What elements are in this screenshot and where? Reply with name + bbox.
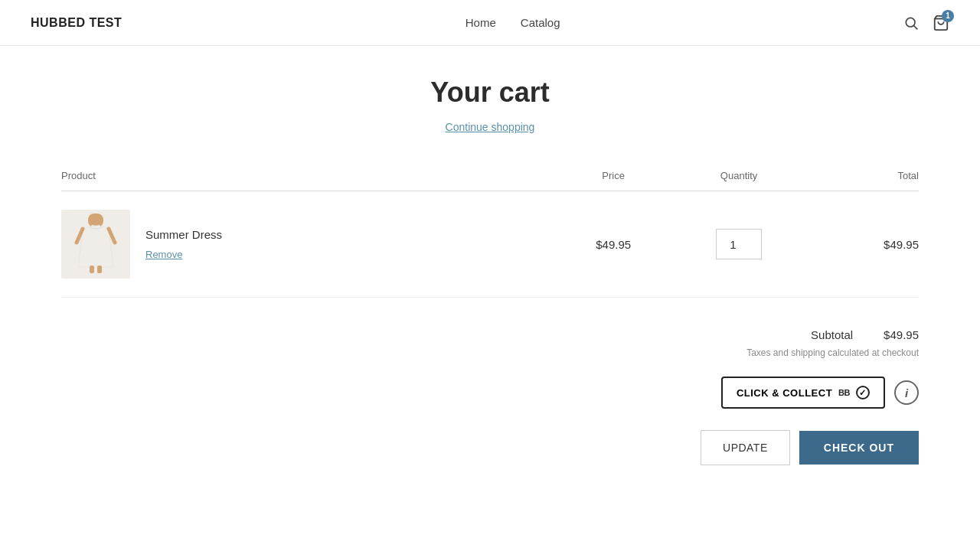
svg-line-1 [914,25,918,29]
click-collect-button[interactable]: CLICK & COLLECT BB ✓ [721,377,885,409]
product-image [61,210,130,279]
svg-point-0 [906,18,915,27]
page-title: Your cart [61,77,919,109]
search-icon [903,15,919,31]
cart-badge: 1 [942,10,954,22]
product-name: Summer Dress [145,228,222,241]
col-quantity: Quantity [668,170,810,191]
click-collect-label: CLICK & COLLECT [737,387,832,399]
product-total: $49.95 [810,191,919,298]
svg-rect-4 [90,266,94,273]
svg-rect-3 [88,214,103,227]
tax-note: Taxes and shipping calculated at checkou… [746,347,919,358]
bb-logo: BB [838,388,850,397]
col-product: Product [61,170,559,191]
product-price: $49.95 [559,191,668,298]
update-button[interactable]: UPDATE [701,430,790,465]
col-price: Price [559,170,668,191]
remove-button[interactable]: Remove [145,249,182,260]
check-icon: ✓ [856,386,870,399]
site-logo: HUBBED TEST [31,16,122,30]
info-button[interactable]: i [894,380,919,405]
svg-rect-5 [97,266,102,273]
cart-summary: Subtotal $49.95 Taxes and shipping calcu… [61,328,919,465]
col-total: Total [810,170,919,191]
table-row: Summer Dress Remove $49.95 $49.95 [61,191,919,298]
search-button[interactable] [903,15,919,31]
cart-button[interactable]: 1 [933,15,949,31]
continue-shopping-link[interactable]: Continue shopping [61,121,919,133]
subtotal-value: $49.95 [884,328,919,341]
quantity-input[interactable] [716,229,762,259]
nav-home[interactable]: Home [466,16,496,29]
info-icon: i [905,386,908,399]
checkout-button[interactable]: CHECK OUT [799,431,919,465]
subtotal-label: Subtotal [811,328,853,341]
nav-catalog[interactable]: Catalog [521,16,560,29]
